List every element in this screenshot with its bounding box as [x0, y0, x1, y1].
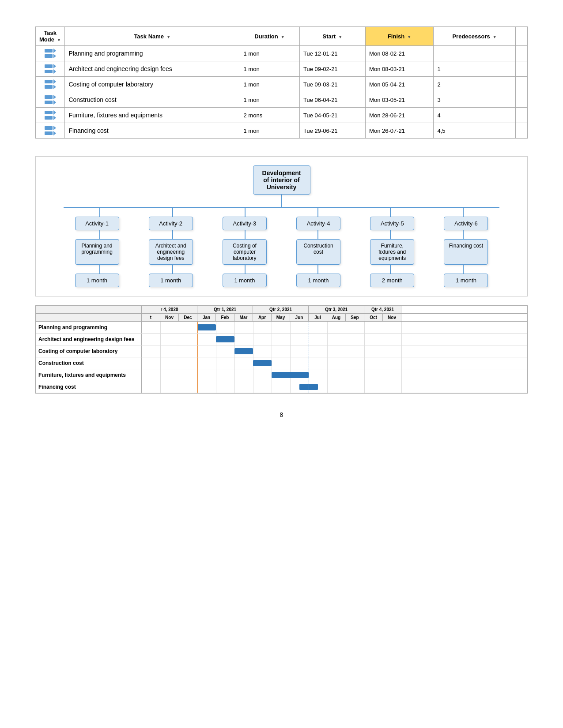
task-mode-cell: [36, 46, 65, 61]
gantt-month-0: t: [142, 314, 160, 321]
org-activity-6: Activity-6: [444, 217, 488, 230]
gantt-bar-area: [142, 334, 527, 345]
org-duration-6: 1 month: [444, 274, 488, 287]
gantt-bar-area: [142, 357, 527, 369]
org-activity-3: Activity-3: [223, 217, 267, 230]
org-duration-row: 1 month1 month1 month1 month2 month1 mon…: [64, 274, 499, 287]
table-row: Furniture, fixtures and equipments 2 mon…: [36, 108, 528, 123]
task-pred-cell: 1: [434, 61, 516, 77]
gantt-month-2: Dec: [179, 314, 197, 321]
gantt-task-row: Costing of computer laboratory: [36, 345, 527, 357]
org-activity-2: Activity-2: [149, 217, 193, 230]
task-mode-cell: [36, 61, 65, 77]
task-name-cell: Financing cost: [65, 123, 240, 139]
org-connectors2: [64, 230, 499, 239]
task-extra-cell: [516, 108, 528, 123]
gantt-task-label: Construction cost: [36, 357, 142, 369]
task-finish-cell: Mon 03-05-21: [366, 92, 434, 108]
gantt-month-header: tNovDecJanFebMarAprMayJunJulAugSepOctNov: [36, 314, 527, 322]
gantt-bar-area: [142, 369, 527, 381]
col-header-predecessors: Predecessors ▼: [434, 27, 516, 46]
gantt-month-3: Jan: [197, 314, 216, 321]
org-duration-2: 1 month: [149, 274, 193, 287]
gantt-bar: [197, 324, 216, 330]
task-mode-cell: [36, 108, 65, 123]
col-header-finish: Finish ▼: [366, 27, 434, 46]
gantt-qtr-header: r 4, 2020Qtr 1, 2021Qtr 2, 2021Qtr 3, 20…: [36, 306, 527, 314]
gantt-bar: [216, 336, 234, 342]
task-name-cell: Furniture, fixtures and equipments: [65, 108, 240, 123]
task-pred-cell: 4,5: [434, 123, 516, 139]
task-pred-cell: 3: [434, 92, 516, 108]
table-row: Architect and engineering design fees 1 …: [36, 61, 528, 77]
col-header-mode: TaskMode ▼: [36, 27, 65, 46]
task-start-cell: Tue 09-02-21: [300, 61, 366, 77]
gantt-task-label: Costing of computer laboratory: [36, 345, 142, 357]
gantt-month-8: Jun: [290, 314, 309, 321]
gantt-chart: r 4, 2020Qtr 1, 2021Qtr 2, 2021Qtr 3, 20…: [35, 305, 528, 394]
org-root-node: Development of interior of University: [253, 165, 310, 195]
org-duration-3: 1 month: [223, 274, 267, 287]
task-mode-cell: [36, 77, 65, 92]
task-finish-cell: Mon 28-06-21: [366, 108, 434, 123]
org-chart: Development of interior of University Ac…: [35, 156, 528, 296]
gantt-qtr-Qtr-2,-2021: Qtr 2, 2021: [253, 306, 309, 313]
gantt-month-5: Mar: [234, 314, 253, 321]
task-name-cell: Costing of computer laboratory: [65, 77, 240, 92]
gantt-task-row: Construction cost: [36, 357, 527, 369]
org-activity-row: Activity-1Activity-2Activity-3Activity-4…: [64, 217, 499, 230]
gantt-month-10: Aug: [327, 314, 346, 321]
task-table: TaskMode ▼ Task Name ▼ Duration ▼ Start …: [35, 26, 528, 139]
task-duration-cell: 1 mon: [240, 123, 300, 139]
org-duration-1: 1 month: [75, 274, 119, 287]
task-extra-cell: [516, 61, 528, 77]
org-desc-3: Costing of computer laboratory: [223, 239, 267, 265]
task-extra-cell: [516, 77, 528, 92]
org-desc-5: Furniture, fixtures and equipments: [370, 239, 414, 265]
task-name-cell: Architect and engineering design fees: [65, 61, 240, 77]
task-duration-cell: 1 mon: [240, 77, 300, 92]
gantt-task-row: Architect and engineering design fees: [36, 334, 527, 345]
task-pred-cell: 2: [434, 77, 516, 92]
gantt-qtr-r-4,-2020: r 4, 2020: [142, 306, 197, 313]
task-duration-cell: 1 mon: [240, 92, 300, 108]
task-start-cell: Tue 12-01-21: [300, 46, 366, 61]
org-activity-5: Activity-5: [370, 217, 414, 230]
gantt-month-7: May: [272, 314, 290, 321]
task-duration-cell: 1 mon: [240, 46, 300, 61]
task-mode-cell: [36, 123, 65, 139]
org-desc-4: Construction cost: [296, 239, 340, 265]
task-duration-cell: 1 mon: [240, 61, 300, 77]
gantt-month-11: Sep: [346, 314, 364, 321]
gantt-qtr-Qtr-4,-2021: Qtr 4, 2021: [364, 306, 401, 313]
gantt-task-rows: Planning and programmingArchitect and en…: [36, 322, 527, 393]
task-extra-cell: [516, 46, 528, 61]
gantt-task-label: Planning and programming: [36, 322, 142, 333]
org-desc-1: Planning and programming: [75, 239, 119, 265]
col-header-name: Task Name ▼: [65, 27, 240, 46]
gantt-qtr-Qtr-1,-2021: Qtr 1, 2021: [197, 306, 253, 313]
gantt-bar-area: [142, 345, 527, 357]
org-desc-row: Planning and programmingArchitect and en…: [64, 239, 499, 265]
gantt-bar: [253, 360, 272, 366]
task-mode-cell: [36, 92, 65, 108]
task-finish-cell: Mon 26-07-21: [366, 123, 434, 139]
org-duration-4: 1 month: [296, 274, 340, 287]
org-connectors3: [64, 265, 499, 274]
org-activity-1: Activity-1: [75, 217, 119, 230]
gantt-month-1: Nov: [160, 314, 179, 321]
task-start-cell: Tue 04-05-21: [300, 108, 366, 123]
gantt-month-13: Nov: [383, 314, 401, 321]
table-row: Planning and programming 1 mon Tue 12-01…: [36, 46, 528, 61]
gantt-task-label: Financing cost: [36, 381, 142, 393]
gantt-task-label: Furniture, fixtures and equipments: [36, 369, 142, 381]
task-extra-cell: [516, 123, 528, 139]
task-finish-cell: Mon 08-03-21: [366, 61, 434, 77]
task-pred-cell: 4: [434, 108, 516, 123]
gantt-task-row: Financing cost: [36, 381, 527, 393]
table-row: Financing cost 1 mon Tue 29-06-21 Mon 26…: [36, 123, 528, 139]
org-drops-row: [64, 208, 499, 217]
task-pred-cell: [434, 46, 516, 61]
gantt-month-12: Oct: [364, 314, 383, 321]
org-horiz-bar: [64, 207, 499, 208]
